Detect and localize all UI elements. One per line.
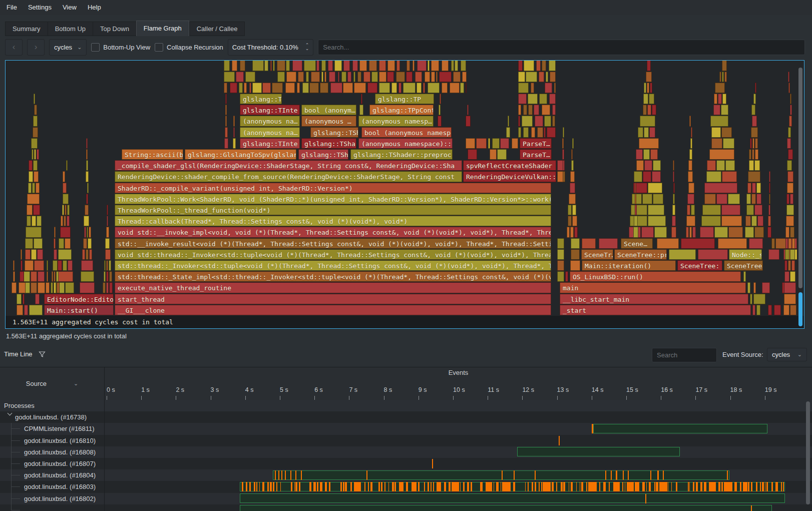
tab-flame-graph[interactable]: Flame Graph <box>136 21 189 36</box>
flame-frame[interactable] <box>526 72 537 82</box>
event-tick[interactable] <box>378 482 380 491</box>
event-tick[interactable] <box>270 482 272 491</box>
flame-frame[interactable] <box>554 83 556 93</box>
event-tick[interactable] <box>650 470 651 480</box>
flame-frame[interactable]: Thread::callback(Thread*, Thread::Settin… <box>115 216 551 226</box>
flame-frame[interactable] <box>25 249 31 260</box>
flame-frame[interactable] <box>557 260 564 271</box>
flame-frame[interactable] <box>396 61 400 71</box>
flame-frame[interactable] <box>752 149 754 160</box>
flame-frame[interactable] <box>403 83 416 93</box>
event-tick[interactable] <box>740 482 741 491</box>
flame-frame[interactable] <box>642 194 652 204</box>
flame-frame[interactable] <box>788 149 792 160</box>
thread-lifetime-span[interactable] <box>240 505 771 511</box>
flame-frame[interactable] <box>786 194 789 204</box>
flame-frame[interactable] <box>252 61 264 71</box>
event-tick[interactable] <box>388 482 389 491</box>
flame-frame[interactable] <box>488 138 490 149</box>
flame-frame[interactable] <box>107 205 108 215</box>
flame-frame[interactable] <box>84 216 89 226</box>
event-tick[interactable] <box>724 482 732 491</box>
event-tick[interactable] <box>611 470 612 480</box>
flame-frame[interactable] <box>546 72 548 82</box>
flame-frame[interactable] <box>562 138 564 149</box>
flame-frame[interactable] <box>67 205 70 215</box>
event-tick[interactable] <box>496 482 499 491</box>
flame-frame[interactable] <box>544 116 551 126</box>
flame-frame[interactable] <box>34 94 36 104</box>
flame-frame[interactable] <box>524 61 535 71</box>
flame-frame[interactable] <box>34 171 39 182</box>
flame-frame[interactable] <box>440 94 441 104</box>
flame-frame[interactable] <box>466 116 471 126</box>
flame-frame[interactable] <box>24 305 28 315</box>
event-tick[interactable] <box>663 470 664 480</box>
flame-frame[interactable] <box>571 249 580 260</box>
forward-button[interactable]: › <box>27 39 45 56</box>
timeline-events-cell[interactable] <box>105 423 812 434</box>
flame-frame[interactable] <box>371 72 378 82</box>
flame-frame[interactable] <box>557 249 564 260</box>
event-tick[interactable] <box>649 482 651 491</box>
flame-frame[interactable] <box>634 171 642 182</box>
flame-frame[interactable] <box>643 94 648 104</box>
flame-frame[interactable] <box>749 238 763 249</box>
flame-frame[interactable] <box>539 72 545 82</box>
event-tick[interactable] <box>501 482 501 491</box>
flame-frame[interactable] <box>654 227 667 237</box>
flame-frame[interactable] <box>19 282 26 293</box>
flame-frame[interactable] <box>439 105 441 115</box>
flame-frame[interactable] <box>236 72 244 82</box>
flame-frame[interactable]: spvReflectCreateShader <box>463 160 556 171</box>
flame-frame[interactable] <box>387 61 395 71</box>
event-tick[interactable] <box>502 470 503 480</box>
flame-frame[interactable] <box>633 227 638 237</box>
flame-frame[interactable] <box>273 61 275 71</box>
timeline-events-cell[interactable] <box>105 481 812 492</box>
flame-frame[interactable] <box>710 116 728 126</box>
flame-frame[interactable] <box>718 94 721 104</box>
event-tick[interactable] <box>576 482 577 491</box>
flame-frame[interactable] <box>787 171 793 182</box>
event-tick[interactable] <box>588 482 597 491</box>
event-tick[interactable] <box>246 482 247 491</box>
flame-frame[interactable] <box>721 216 741 226</box>
flame-frame[interactable] <box>86 249 89 260</box>
flame-frame[interactable]: _compile_shader_glsl(RenderingDevice::Sh… <box>115 160 462 171</box>
flame-frame[interactable] <box>788 72 789 82</box>
event-tick[interactable] <box>628 470 629 480</box>
expand-caret-icon[interactable] <box>8 411 12 414</box>
event-tick[interactable] <box>734 482 737 491</box>
flame-frame[interactable] <box>757 216 763 226</box>
flame-frame[interactable] <box>518 116 520 126</box>
flame-frame[interactable] <box>65 282 74 293</box>
event-tick[interactable] <box>627 482 634 491</box>
flame-frame[interactable] <box>785 227 789 237</box>
flame-frame[interactable] <box>691 127 692 138</box>
flame-frame[interactable] <box>12 282 17 293</box>
flame-frame[interactable] <box>534 105 539 115</box>
flame-frame[interactable] <box>59 238 64 249</box>
event-tick[interactable] <box>290 470 291 480</box>
flame-frame[interactable]: glslang::TShader::preproc <box>350 149 453 160</box>
flame-frame[interactable] <box>786 216 794 226</box>
flame-frame[interactable] <box>657 238 679 249</box>
event-tick[interactable] <box>276 482 277 491</box>
flame-frame[interactable] <box>17 305 23 315</box>
flame-frame[interactable] <box>768 205 770 215</box>
flame-frame[interactable] <box>83 238 87 249</box>
event-tick[interactable] <box>525 482 526 491</box>
flame-frame[interactable] <box>790 271 795 282</box>
flame-frame[interactable] <box>285 83 295 93</box>
flame-frame[interactable] <box>784 271 789 282</box>
flame-frame[interactable] <box>68 260 73 271</box>
flame-frame[interactable] <box>709 149 734 160</box>
event-tick[interactable] <box>535 470 536 480</box>
event-tick[interactable] <box>254 482 256 491</box>
event-tick[interactable] <box>605 470 606 480</box>
flame-frame[interactable] <box>387 72 394 82</box>
flame-frame[interactable] <box>713 105 720 115</box>
flame-frame[interactable]: (anonymous … <box>301 116 356 126</box>
flame-frame[interactable] <box>341 72 346 82</box>
